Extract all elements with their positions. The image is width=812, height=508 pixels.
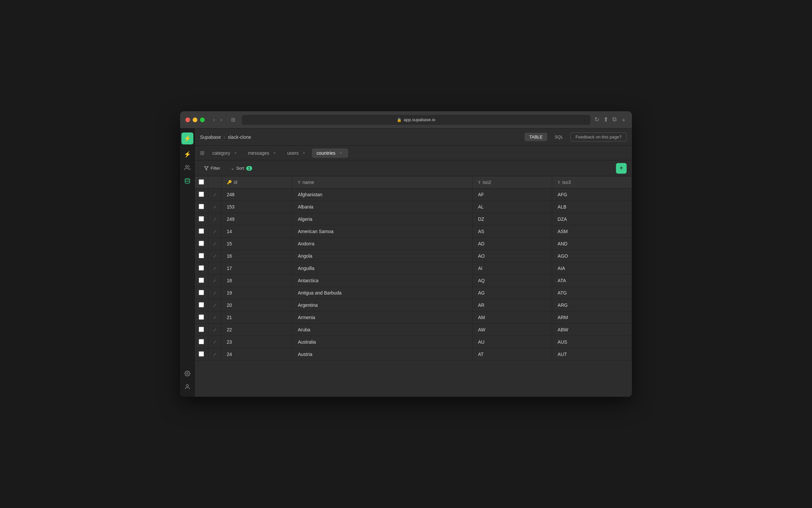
- tab-countries[interactable]: countries ×: [312, 149, 348, 158]
- feedback-button[interactable]: Feedback on this page?: [570, 132, 626, 141]
- row-checkbox[interactable]: [199, 302, 204, 307]
- row-checkbox-cell[interactable]: [195, 274, 208, 287]
- row-checkbox-cell[interactable]: [195, 213, 208, 225]
- profile-icon[interactable]: [181, 381, 193, 393]
- cell-name: Andorra: [292, 238, 473, 250]
- row-expand-cell[interactable]: ⤢: [208, 238, 221, 250]
- row-expand-icon[interactable]: ⤢: [212, 191, 218, 199]
- row-checkbox-cell[interactable]: [195, 225, 208, 238]
- url-bar[interactable]: 🔒 app.supabase.io: [242, 115, 591, 125]
- row-checkbox-cell[interactable]: [195, 287, 208, 299]
- row-expand-cell[interactable]: ⤢: [208, 250, 221, 262]
- row-checkbox-cell[interactable]: [195, 348, 208, 361]
- share-icon[interactable]: ⬆: [603, 116, 608, 124]
- row-expand-cell[interactable]: ⤢: [208, 213, 221, 225]
- row-expand-icon[interactable]: ⤢: [212, 228, 218, 236]
- row-expand-cell[interactable]: ⤢: [208, 225, 221, 238]
- row-expand-cell[interactable]: ⤢: [208, 348, 221, 361]
- row-expand-cell[interactable]: ⤢: [208, 274, 221, 287]
- row-expand-cell[interactable]: ⤢: [208, 262, 221, 274]
- cell-id: 20: [221, 299, 292, 311]
- row-checkbox-cell[interactable]: [195, 238, 208, 250]
- row-expand-cell[interactable]: ⤢: [208, 201, 221, 213]
- minimize-button[interactable]: [193, 118, 197, 122]
- cell-iso2: DZ: [473, 213, 552, 225]
- row-expand-icon[interactable]: ⤢: [212, 338, 218, 346]
- row-expand-icon[interactable]: ⤢: [212, 252, 218, 260]
- maximize-button[interactable]: [200, 118, 205, 122]
- row-expand-cell[interactable]: ⤢: [208, 287, 221, 299]
- row-checkbox-cell[interactable]: [195, 324, 208, 336]
- row-expand-icon[interactable]: ⤢: [212, 215, 218, 223]
- row-checkbox[interactable]: [199, 192, 204, 197]
- row-checkbox[interactable]: [199, 228, 204, 234]
- row-expand-cell[interactable]: ⤢: [208, 299, 221, 311]
- row-expand-icon[interactable]: ⤢: [212, 240, 218, 248]
- tab-category[interactable]: category ×: [208, 149, 243, 158]
- col-iso3[interactable]: T iso3: [552, 176, 632, 188]
- refresh-icon[interactable]: ↻: [595, 116, 599, 124]
- sql-mode-button[interactable]: SQL: [550, 133, 568, 141]
- back-button[interactable]: ‹: [211, 116, 217, 124]
- duplicate-icon[interactable]: ⧉: [612, 116, 617, 124]
- cell-iso2: AW: [473, 324, 552, 336]
- activity-icon[interactable]: ⚡: [181, 149, 193, 160]
- row-checkbox[interactable]: [199, 216, 204, 221]
- row-expand-cell[interactable]: ⤢: [208, 324, 221, 336]
- row-checkbox-cell[interactable]: [195, 299, 208, 311]
- sidebar-toggle-icon[interactable]: ⊞: [228, 115, 238, 124]
- add-row-button[interactable]: +: [616, 163, 626, 174]
- row-checkbox[interactable]: [199, 278, 204, 283]
- tab-countries-close[interactable]: ×: [338, 151, 343, 156]
- row-expand-icon[interactable]: ⤢: [212, 326, 218, 334]
- row-checkbox-cell[interactable]: [195, 262, 208, 274]
- sidebar-toggle-button[interactable]: ⊞: [197, 148, 207, 158]
- col-id[interactable]: 🔑 id: [221, 176, 292, 188]
- tab-messages-close[interactable]: ×: [272, 151, 277, 156]
- users-icon[interactable]: [181, 162, 193, 174]
- filter-button[interactable]: Filter: [200, 164, 224, 173]
- row-expand-icon[interactable]: ⤢: [212, 203, 218, 211]
- row-checkbox[interactable]: [199, 327, 204, 332]
- brand-icon[interactable]: ⚡: [181, 132, 193, 144]
- row-checkbox[interactable]: [199, 253, 204, 258]
- row-checkbox[interactable]: [199, 204, 204, 209]
- breadcrumb-project[interactable]: Supabase: [200, 134, 221, 140]
- col-id-icon: 🔑: [227, 180, 232, 184]
- row-expand-icon[interactable]: ⤢: [212, 277, 218, 285]
- row-checkbox[interactable]: [199, 314, 204, 320]
- tab-messages[interactable]: messages ×: [244, 149, 282, 158]
- select-all-checkbox[interactable]: [199, 179, 204, 184]
- row-checkbox[interactable]: [199, 265, 204, 270]
- close-button[interactable]: [186, 118, 190, 122]
- col-name[interactable]: T name: [292, 176, 473, 188]
- tab-users[interactable]: users ×: [283, 149, 311, 158]
- table-mode-button[interactable]: TABLE: [525, 133, 547, 141]
- row-checkbox[interactable]: [199, 290, 204, 295]
- row-expand-icon[interactable]: ⤢: [212, 351, 218, 358]
- row-checkbox-cell[interactable]: [195, 336, 208, 348]
- row-checkbox-cell[interactable]: [195, 311, 208, 324]
- row-checkbox-cell[interactable]: [195, 188, 208, 201]
- tab-users-close[interactable]: ×: [301, 151, 307, 156]
- database-icon[interactable]: [181, 175, 193, 187]
- row-checkbox-cell[interactable]: [195, 250, 208, 262]
- row-expand-cell[interactable]: ⤢: [208, 311, 221, 324]
- new-tab-icon[interactable]: ＋: [621, 116, 626, 124]
- row-expand-icon[interactable]: ⤢: [212, 289, 218, 297]
- row-checkbox-cell[interactable]: [195, 201, 208, 213]
- row-checkbox[interactable]: [199, 339, 204, 344]
- forward-button[interactable]: ›: [218, 116, 224, 124]
- sort-button[interactable]: ⌄ Sort 1: [227, 164, 256, 173]
- table-container[interactable]: 🔑 id T name: [195, 176, 632, 397]
- row-expand-icon[interactable]: ⤢: [212, 301, 218, 309]
- row-expand-cell[interactable]: ⤢: [208, 188, 221, 201]
- row-expand-icon[interactable]: ⤢: [212, 314, 218, 322]
- row-checkbox[interactable]: [199, 351, 204, 356]
- row-expand-cell[interactable]: ⤢: [208, 336, 221, 348]
- settings-icon[interactable]: [181, 368, 193, 380]
- col-iso2[interactable]: T iso2: [473, 176, 552, 188]
- row-expand-icon[interactable]: ⤢: [212, 265, 218, 272]
- row-checkbox[interactable]: [199, 241, 204, 246]
- tab-category-close[interactable]: ×: [233, 151, 238, 156]
